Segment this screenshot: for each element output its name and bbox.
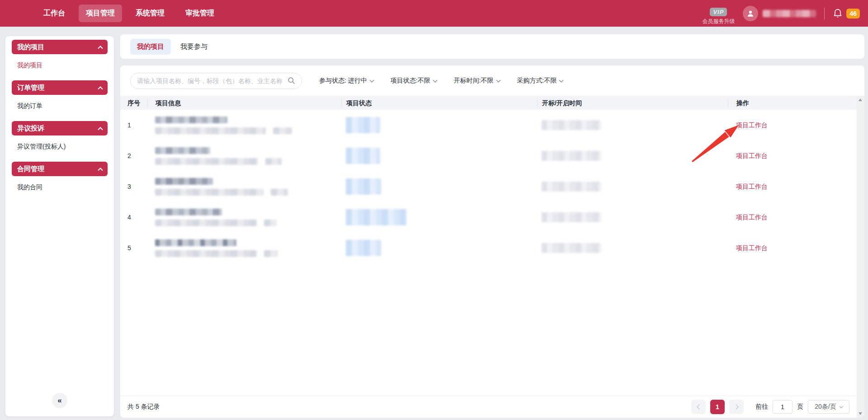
tab-my-projects[interactable]: 我的项目: [130, 39, 171, 55]
next-page-button[interactable]: [729, 400, 744, 414]
filter-project-status[interactable]: 项目状态:不限: [391, 77, 437, 85]
datetime-redacted: [542, 120, 601, 130]
datetime-redacted: [542, 182, 601, 191]
avatar: [743, 6, 758, 21]
table-footer: 共 5 条记录 1 前往 页 20条/页: [120, 396, 857, 418]
project-info-redacted: [147, 117, 341, 134]
page-size-select[interactable]: 20条/页: [808, 400, 849, 414]
date-cell: [537, 212, 728, 222]
status-cell: [341, 117, 537, 133]
status-cell: [341, 178, 537, 195]
sidebar-group-label: 异议投诉: [17, 124, 44, 133]
filter-label: 项目状态:不限: [391, 77, 430, 85]
scroll-up-icon[interactable]: [859, 98, 862, 101]
nav-item-project-management[interactable]: 项目管理: [79, 5, 122, 22]
content-panel: 参与状态: 进行中 项目状态:不限 开标时间:不限 采购方式:不限 序号 项目信…: [120, 65, 864, 418]
table-row: 5 项目工作台: [120, 233, 857, 263]
goto-label: 前往: [755, 403, 768, 411]
goto-page-input[interactable]: [773, 400, 793, 414]
filter-label: 参与状态: 进行中: [319, 77, 367, 85]
vip-caption: 会员服务升级: [702, 18, 735, 25]
status-badge-redacted: [346, 209, 406, 225]
status-cell: [341, 209, 537, 225]
filter-bid-opening-time[interactable]: 开标时间:不限: [454, 77, 500, 85]
sidebar-group-label: 我的项目: [17, 43, 44, 51]
chevron-up-icon: [98, 86, 103, 91]
page-button-1[interactable]: 1: [710, 400, 725, 414]
vertical-scrollbar[interactable]: [857, 96, 864, 418]
project-info-redacted: [147, 239, 341, 257]
nav-item-approval-management[interactable]: 审批管理: [178, 5, 222, 22]
bell-icon[interactable]: [833, 8, 843, 19]
pagination: 1 前往 页 20条/页: [691, 400, 849, 414]
sidebar-group-my-projects[interactable]: 我的项目: [12, 40, 108, 54]
vip-upgrade[interactable]: VIP 会员服务升级: [702, 8, 735, 25]
date-cell: [537, 120, 728, 130]
notification-count-badge[interactable]: 46: [846, 9, 860, 19]
chevron-down-icon: [369, 78, 374, 82]
sidebar-group-label: 订单管理: [17, 84, 44, 92]
chevron-up-icon: [98, 168, 103, 173]
row-index: 1: [127, 121, 147, 129]
tab-want-to-participate[interactable]: 我要参与: [174, 39, 214, 55]
sidebar-item-objection-management[interactable]: 异议管理(投标人): [5, 135, 114, 158]
row-index: 4: [127, 214, 147, 221]
top-navbar: 工作台 项目管理 系统管理 审批管理 VIP 会员服务升级: [0, 0, 868, 27]
date-cell: [537, 243, 728, 253]
status-cell: [341, 148, 537, 164]
status-cell: [341, 240, 537, 256]
search-input[interactable]: [137, 77, 288, 84]
project-workbench-link[interactable]: 项目工作台: [736, 152, 768, 159]
column-header-opening-time: 开标/开启时间: [537, 99, 728, 107]
nav-item-system-management[interactable]: 系统管理: [128, 5, 172, 22]
chevron-down-icon: [433, 78, 437, 82]
chevron-down-icon: [559, 78, 564, 82]
filter-participation-status[interactable]: 参与状态: 进行中: [319, 77, 373, 85]
sidebar-item-my-projects[interactable]: 我的项目: [5, 54, 114, 77]
row-index: 2: [127, 152, 147, 159]
project-workbench-link[interactable]: 项目工作台: [736, 244, 768, 252]
table-row: 3 项目工作台: [120, 171, 857, 202]
search-icon[interactable]: [288, 77, 295, 84]
record-count: 共 5 条记录: [127, 403, 160, 411]
nav-item-workbench[interactable]: 工作台: [36, 5, 72, 22]
sidebar-group-objection-complaint[interactable]: 异议投诉: [12, 121, 108, 135]
column-header-actions: 操作: [728, 99, 857, 107]
project-info-redacted: [147, 178, 341, 196]
scroll-down-icon[interactable]: [859, 412, 862, 415]
project-workbench-link[interactable]: 项目工作台: [736, 214, 768, 221]
table-row: 4 项目工作台: [120, 202, 857, 233]
sidebar: 我的项目 我的项目 订单管理 我的订单 异议投诉 异议管理(投标人) 合同管理 …: [5, 36, 114, 416]
status-badge-redacted: [346, 148, 380, 164]
filter-label: 开标时间:不限: [454, 77, 494, 85]
datetime-redacted: [542, 243, 601, 253]
project-workbench-link[interactable]: 项目工作台: [736, 121, 768, 129]
user-icon: [746, 9, 755, 18]
search-box[interactable]: [130, 73, 302, 89]
user-account[interactable]: [743, 6, 816, 21]
navbar-divider: [824, 8, 825, 19]
prev-page-button[interactable]: [691, 400, 706, 414]
sidebar-item-my-orders[interactable]: 我的订单: [5, 95, 114, 117]
chevron-up-icon: [98, 46, 103, 51]
vip-icon: VIP: [710, 8, 727, 16]
row-index: 5: [127, 244, 147, 252]
datetime-redacted: [542, 212, 601, 222]
sidebar-group-order-management[interactable]: 订单管理: [12, 80, 108, 95]
project-workbench-link[interactable]: 项目工作台: [736, 183, 768, 190]
datetime-redacted: [542, 151, 601, 161]
sidebar-collapse-button[interactable]: «: [52, 393, 67, 408]
filter-procurement-method[interactable]: 采购方式:不限: [517, 77, 563, 85]
chevron-right-icon: [733, 404, 738, 409]
sidebar-group-contract-management[interactable]: 合同管理: [12, 162, 108, 176]
sidebar-item-my-contracts[interactable]: 我的合同: [5, 176, 114, 199]
chevron-down-icon: [839, 405, 843, 408]
row-index: 3: [127, 183, 147, 190]
table-body: 1 项目工作台 2 项目工作台 3: [120, 110, 857, 263]
notification-area[interactable]: 46: [833, 8, 860, 19]
column-header-project-status: 项目状态: [341, 99, 537, 107]
chevron-up-icon: [98, 127, 103, 132]
project-info-redacted: [147, 209, 341, 226]
chevron-down-icon: [496, 78, 500, 82]
tab-bar: 我的项目 我要参与: [120, 34, 864, 59]
